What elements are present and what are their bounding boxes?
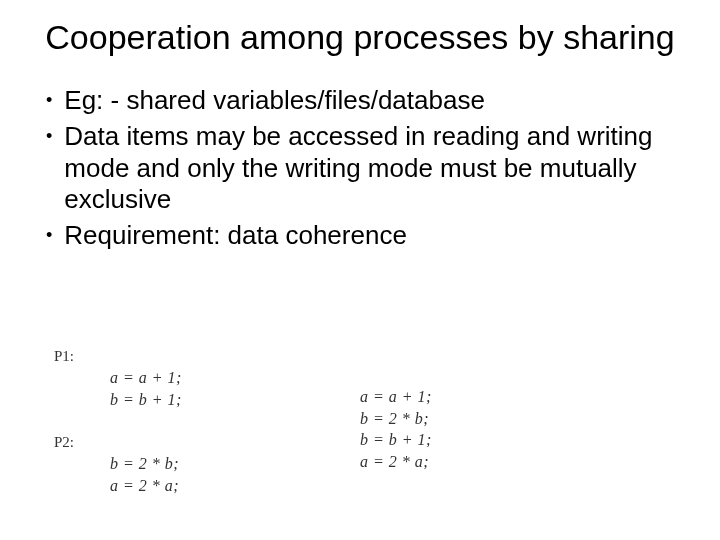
- code-left-block: P1: a = a + 1; b = b + 1; P2: b = 2 * b;…: [54, 348, 182, 496]
- bullet-icon: •: [46, 85, 52, 115]
- list-item: • Eg: - shared variables/files/database: [44, 85, 678, 117]
- code-line: b = 2 * b;: [360, 408, 432, 430]
- bullet-text: Requirement: data coherence: [64, 220, 678, 252]
- code-line: b = 2 * b;: [110, 453, 182, 475]
- p1-code-lines: a = a + 1; b = b + 1;: [54, 367, 182, 410]
- code-line: a = 2 * a;: [360, 451, 432, 473]
- slide-title: Cooperation among processes by sharing: [42, 18, 678, 57]
- bullet-text: Eg: - shared variables/files/database: [64, 85, 678, 117]
- code-line: a = a + 1;: [110, 367, 182, 389]
- list-item: • Data items may be accessed in reading …: [44, 121, 678, 216]
- bullet-text: Data items may be accessed in reading an…: [64, 121, 678, 216]
- p2-code-lines: b = 2 * b; a = 2 * a;: [54, 453, 182, 496]
- code-right-block: a = a + 1; b = 2 * b; b = b + 1; a = 2 *…: [360, 386, 432, 472]
- list-item: • Requirement: data coherence: [44, 220, 678, 252]
- code-line: a = a + 1;: [360, 386, 432, 408]
- process-label-p1: P1:: [54, 348, 182, 365]
- slide: Cooperation among processes by sharing •…: [0, 0, 720, 540]
- bullet-icon: •: [46, 220, 52, 250]
- bullet-list: • Eg: - shared variables/files/database …: [42, 85, 678, 252]
- code-line: a = 2 * a;: [110, 475, 182, 497]
- process-label-p2: P2:: [54, 434, 182, 451]
- bullet-icon: •: [46, 121, 52, 151]
- code-line: b = b + 1;: [110, 389, 182, 411]
- code-line: b = b + 1;: [360, 429, 432, 451]
